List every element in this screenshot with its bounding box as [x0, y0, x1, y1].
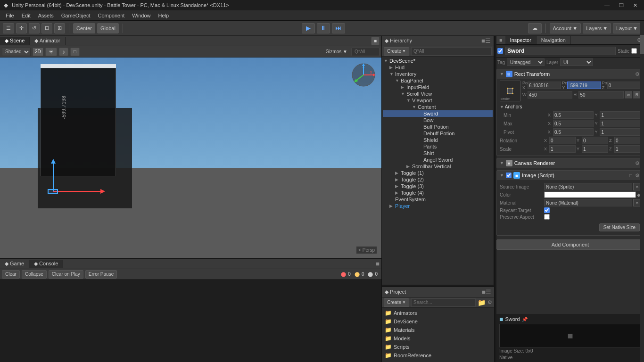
tree-buff-potion[interactable]: ▶ Buff Potion: [383, 123, 493, 130]
reset-rect-btn[interactable]: R: [633, 91, 641, 99]
tree-inputfield[interactable]: ▶ InputField: [383, 84, 493, 90]
tag-select[interactable]: Untagged: [507, 58, 545, 66]
move-tool-btn[interactable]: ✛: [16, 23, 27, 33]
clear-btn[interactable]: Clear: [2, 270, 20, 279]
scene-lock-btn[interactable]: ■: [371, 37, 380, 45]
menu-window[interactable]: Window: [128, 12, 154, 19]
go-enabled-checkbox[interactable]: [497, 48, 503, 54]
global-local-btn[interactable]: Global: [97, 23, 119, 33]
scale-tool-btn[interactable]: ⊡: [41, 23, 52, 33]
source-image-field[interactable]: [544, 183, 632, 190]
audio-btn[interactable]: ♪: [59, 48, 68, 56]
image-script-copy-btn[interactable]: □: [629, 173, 632, 178]
tree-eventsystem[interactable]: ▶ EventSystem: [383, 196, 493, 203]
scale-y[interactable]: [582, 145, 608, 153]
hier-scrollbar[interactable]: [640, 36, 644, 362]
hier-scrollbar-thumb[interactable]: [640, 36, 644, 54]
material-field[interactable]: [544, 199, 632, 206]
project-create-btn[interactable]: Create ▼: [384, 298, 409, 307]
hier-menu-btn[interactable]: ☰: [485, 37, 491, 44]
step-btn[interactable]: ⏭: [332, 23, 345, 33]
tree-toggle2[interactable]: ▶ Toggle (2): [383, 176, 493, 183]
scale-z[interactable]: [614, 145, 641, 153]
pos-z-input[interactable]: [607, 82, 641, 89]
anchor-min-y[interactable]: [600, 111, 641, 119]
proj-item-devscene[interactable]: 📁 DevScene: [383, 317, 493, 326]
hier-search-input[interactable]: [411, 47, 492, 56]
proj-item-animators[interactable]: 📁 Animators: [383, 309, 493, 317]
preserve-aspect-checkbox[interactable]: [544, 214, 550, 220]
menu-assets[interactable]: Assets: [34, 12, 58, 19]
tree-bagpanel[interactable]: ▼ BagPanel: [383, 77, 493, 84]
tab-animator[interactable]: ◆ Animator: [30, 37, 65, 45]
tree-toggle3[interactable]: ▶ Toggle (3): [383, 183, 493, 189]
tree-scrollview[interactable]: ▼ Scroll View: [383, 90, 493, 97]
rot-x[interactable]: [549, 137, 576, 144]
tree-content[interactable]: ▼ Content: [383, 104, 493, 110]
color-swatch[interactable]: [544, 191, 636, 198]
constrain-ratio-btn[interactable]: ∞: [625, 91, 632, 99]
source-image-select-btn[interactable]: ○: [633, 183, 641, 190]
tab-game[interactable]: ◆ Game: [0, 260, 29, 268]
play-btn[interactable]: ▶: [302, 23, 315, 33]
pivot-x[interactable]: [553, 128, 594, 136]
center-pivot-btn[interactable]: Center: [73, 23, 95, 33]
rect-tool-btn[interactable]: ⊞: [54, 23, 65, 33]
canvas-renderer-header[interactable]: ▼ ■ Canvas Renderer ⚙: [497, 158, 644, 168]
tab-scene[interactable]: ◆ Scene: [0, 37, 30, 45]
pivot-y[interactable]: [600, 128, 641, 136]
project-settings-btn[interactable]: ⚙: [487, 299, 492, 305]
menu-file[interactable]: File: [2, 12, 18, 19]
tree-bow[interactable]: ▶ Bow: [383, 117, 493, 123]
tree-debuff-potion[interactable]: ▶ Debuff Potion: [383, 130, 493, 137]
raycast-target-checkbox[interactable]: [544, 207, 550, 213]
image-script-header[interactable]: ▼ ■ Image (Script) □ ⚙: [497, 171, 644, 180]
scene-search-input[interactable]: [351, 48, 380, 56]
scale-x[interactable]: [549, 145, 576, 153]
proj-item-scripts[interactable]: 📁 Scripts: [383, 343, 493, 351]
project-folder-btn[interactable]: 📁: [478, 299, 486, 306]
rect-transform-gear[interactable]: ⚙: [634, 71, 641, 77]
rotate-tool-btn[interactable]: ↺: [29, 23, 40, 33]
effects-btn[interactable]: □: [70, 48, 80, 56]
rot-z[interactable]: [614, 137, 641, 144]
static-checkbox[interactable]: [631, 48, 637, 54]
go-name-field[interactable]: [505, 47, 616, 55]
clear-on-play-btn[interactable]: Clear on Play: [49, 270, 83, 279]
project-search-input[interactable]: [411, 298, 476, 307]
project-lock-btn[interactable]: ■: [482, 288, 486, 296]
pos-x-input[interactable]: [528, 82, 561, 89]
tree-toggle1[interactable]: ▶ Toggle (1): [383, 170, 493, 176]
collapse-btn[interactable]: Collapse: [22, 270, 47, 279]
image-enabled-checkbox[interactable]: [506, 173, 512, 178]
menu-component[interactable]: Component: [94, 12, 128, 19]
project-menu-btn[interactable]: ☰: [486, 288, 491, 296]
tree-devscene[interactable]: ▼ DevScene*: [383, 58, 493, 64]
proj-item-searchbag[interactable]: ♦ SearchBag: [383, 360, 493, 362]
tree-hud[interactable]: ▶ Hud: [383, 64, 493, 71]
shading-select[interactable]: Shaded: [2, 48, 31, 56]
tree-player[interactable]: ▶ Player: [383, 203, 493, 209]
anchor-preset-btn[interactable]: center: [500, 81, 520, 101]
tree-toggle4[interactable]: ▶ Toggle (4): [383, 189, 493, 196]
rot-y[interactable]: [582, 137, 608, 144]
account-dropdown[interactable]: Account ▼: [550, 23, 581, 33]
material-select-btn[interactable]: ○: [633, 199, 641, 206]
layout-dropdown[interactable]: Layout ▼: [613, 23, 641, 33]
add-component-btn[interactable]: Add Component: [496, 239, 644, 250]
anchor-max-x[interactable]: [553, 120, 594, 127]
layers-dropdown[interactable]: Layers ▼: [583, 23, 611, 33]
tree-inventory[interactable]: ▼ Inventory: [383, 71, 493, 77]
2d-btn[interactable]: 2D: [33, 48, 43, 56]
tree-pants[interactable]: ▶ Pants: [383, 143, 493, 150]
tree-shield[interactable]: ▶ Shield: [383, 137, 493, 143]
proj-item-models[interactable]: 📁 Models: [383, 334, 493, 343]
error-pause-btn[interactable]: Error Pause: [85, 270, 117, 279]
proj-item-roomreference[interactable]: 📁 RoomReference: [383, 351, 493, 360]
set-native-size-btn[interactable]: Set Native Size: [599, 223, 640, 231]
image-script-gear[interactable]: ⚙: [634, 173, 641, 179]
anchors-toggle[interactable]: ▼ Anchors: [500, 103, 641, 110]
tree-scrollbar-vertical[interactable]: ▶ Scrollbar Vertical: [383, 163, 493, 170]
scene-canvas[interactable]: -599.7198 Y: [0, 58, 381, 258]
hand-tool-btn[interactable]: ☰: [3, 23, 14, 33]
